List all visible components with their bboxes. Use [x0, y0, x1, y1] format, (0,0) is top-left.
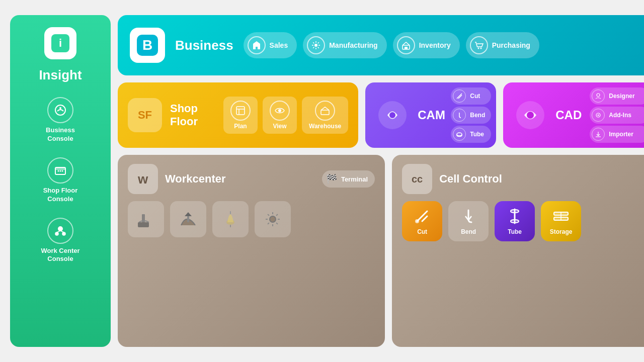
- workcenter-card: w Workcenter 🏁 Terminal: [118, 155, 385, 347]
- sidebar-item-shopfloor-console[interactable]: Shop FloorConsole: [16, 153, 105, 208]
- sales-icon: [248, 36, 266, 54]
- svg-rect-5: [55, 167, 65, 170]
- cc-tube-label: Tube: [508, 228, 522, 235]
- sidebar-item-label-shopfloor-console: Shop FloorConsole: [43, 187, 78, 204]
- svg-point-10: [55, 232, 58, 235]
- sales-label: Sales: [270, 41, 288, 49]
- workcenter-settings-icon[interactable]: [255, 201, 291, 237]
- svg-point-44: [415, 219, 419, 223]
- workcenter-clean-icon[interactable]: [128, 201, 164, 237]
- warehouse-label: Warehouse: [309, 123, 341, 130]
- svg-rect-18: [405, 47, 408, 49]
- svg-point-20: [480, 48, 481, 49]
- cell-control-logo: cc: [402, 164, 432, 194]
- cell-control-logo-text: cc: [412, 173, 423, 185]
- cad-designer-button[interactable]: Designer: [590, 87, 644, 105]
- business-purchasing-button[interactable]: Purchasing: [466, 32, 539, 58]
- business-sales-button[interactable]: Sales: [244, 32, 297, 58]
- svg-point-47: [511, 220, 519, 223]
- cad-designer-icon: [592, 89, 605, 103]
- business-logo: B: [130, 28, 165, 63]
- cell-control-card: cc Cell Control Cut: [392, 155, 644, 347]
- business-console-icon: [47, 97, 73, 123]
- cam-tube-icon: [453, 128, 466, 141]
- svg-point-9: [58, 227, 62, 231]
- shopfloor-logo: SF: [128, 98, 162, 132]
- inventory-icon: [397, 36, 415, 54]
- workcenter-logo-text: w: [138, 171, 148, 187]
- purchasing-label: Purchasing: [492, 41, 530, 49]
- cell-control-bend-button[interactable]: Bend: [448, 201, 489, 241]
- manufacturing-label: Manufacturing: [329, 41, 377, 49]
- cad-importer-label: Importer: [609, 131, 633, 138]
- cad-modules: Designer Add-Ins Importer: [590, 87, 644, 143]
- cam-bend-icon: [453, 109, 466, 122]
- content-area: B Business Sales Manufacturing: [118, 15, 644, 347]
- cad-designer-label: Designer: [609, 93, 634, 100]
- svg-point-32: [527, 112, 534, 119]
- cell-control-cut-button[interactable]: Cut: [402, 201, 442, 241]
- shopfloor-logo-text: SF: [138, 109, 152, 122]
- cc-storage-label: Storage: [550, 228, 573, 235]
- business-manufacturing-button[interactable]: Manufacturing: [303, 32, 386, 58]
- sidebar-title: Insight: [39, 67, 82, 83]
- svg-text:B: B: [142, 37, 152, 53]
- view-label: View: [273, 123, 286, 130]
- svg-text:i: i: [59, 37, 62, 49]
- cam-tube-button[interactable]: Tube: [451, 126, 491, 143]
- cam-cut-button[interactable]: Cut: [451, 87, 491, 105]
- shopfloor-console-icon: [47, 157, 73, 184]
- cam-card: CAM Cut Bend: [365, 82, 496, 148]
- svg-rect-39: [187, 216, 189, 222]
- cam-bend-button[interactable]: Bend: [451, 107, 491, 124]
- terminal-icon: 🏁: [326, 173, 337, 185]
- shopfloor-view-button[interactable]: View: [263, 97, 297, 134]
- workcenter-title: Workcenter: [165, 172, 315, 186]
- sidebar-item-workcenter-console[interactable]: Work CenterConsole: [16, 214, 105, 268]
- svg-rect-37: [138, 222, 149, 227]
- cad-logo: [513, 98, 547, 132]
- purchasing-icon: [470, 36, 488, 54]
- insight-logo: i: [44, 27, 76, 59]
- main-container: i Insight BusinessConsole Shop FloorCons…: [10, 15, 634, 347]
- shopfloor-modules: Plan View Warehouse: [223, 97, 348, 134]
- svg-point-27: [389, 112, 395, 118]
- cell-control-storage-button[interactable]: Storage: [541, 201, 581, 241]
- svg-point-24: [278, 109, 281, 112]
- plan-icon: [230, 101, 251, 121]
- shopfloor-title: Shop Floor: [170, 102, 215, 128]
- svg-rect-25: [321, 110, 329, 115]
- business-title: Business: [175, 38, 233, 53]
- bottom-row: w Workcenter 🏁 Terminal: [118, 155, 644, 347]
- svg-point-33: [597, 94, 600, 97]
- svg-line-13: [60, 231, 64, 232]
- terminal-label: Terminal: [341, 175, 368, 183]
- shopfloor-plan-button[interactable]: Plan: [223, 97, 258, 134]
- shopfloor-warehouse-button[interactable]: Warehouse: [302, 97, 348, 134]
- svg-point-3: [59, 107, 61, 109]
- workcenter-excavate-icon[interactable]: [170, 201, 206, 237]
- svg-point-35: [598, 115, 599, 116]
- warehouse-icon: [315, 101, 335, 121]
- workcenter-logo: w: [128, 164, 158, 194]
- cad-importer-button[interactable]: Importer: [590, 126, 644, 143]
- svg-point-43: [270, 216, 276, 222]
- cell-control-title: Cell Control: [439, 172, 502, 186]
- cad-addins-button[interactable]: Add-Ins: [590, 107, 644, 124]
- cad-title: CAD: [555, 108, 582, 122]
- sidebar-item-business-console[interactable]: BusinessConsole: [16, 93, 105, 147]
- cam-modules: Cut Bend Tube: [451, 87, 491, 143]
- business-modules: Sales Manufacturing Inventory: [244, 32, 644, 58]
- cam-cut-label: Cut: [470, 93, 480, 100]
- workcenter-lamp-icon[interactable]: [212, 201, 249, 237]
- view-icon: [270, 101, 290, 121]
- workcenter-terminal-button[interactable]: 🏁 Terminal: [322, 170, 375, 188]
- cell-control-icons-row: Cut Bend: [402, 201, 644, 241]
- cad-card: CAD Designer Add-Ins: [503, 82, 644, 148]
- cell-control-tube-button[interactable]: Tube: [495, 201, 535, 241]
- business-inventory-button[interactable]: Inventory: [393, 32, 460, 58]
- middle-row: SF Shop Floor Plan View: [118, 82, 644, 148]
- workcenter-console-icon: [47, 218, 73, 244]
- svg-point-7: [60, 170, 61, 171]
- svg-point-6: [58, 170, 59, 171]
